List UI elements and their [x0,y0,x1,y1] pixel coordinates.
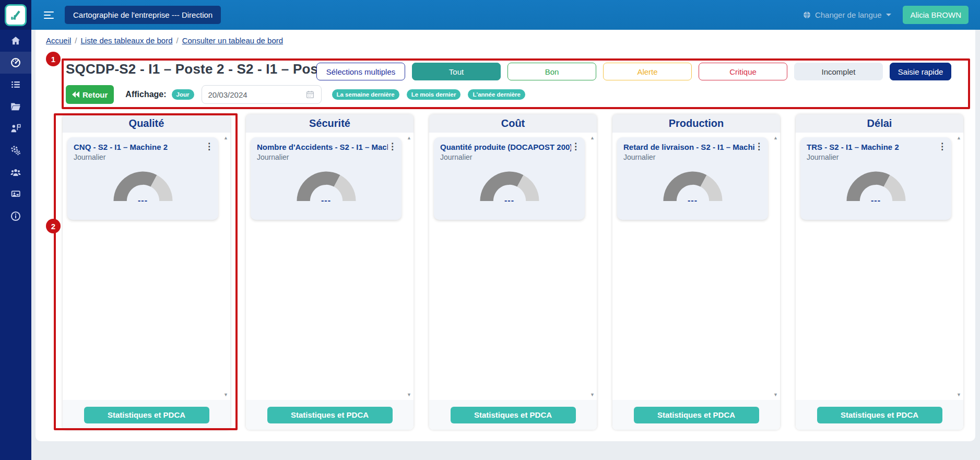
kpi-card[interactable]: TRS - S2 - I1 – Machine 2 ⋮ Journalier -… [800,137,951,220]
scrollbar[interactable]: ▲ ▼ [405,133,413,399]
status-filter-bar: Sélections multiplesToutBonAlerteCritiqu… [316,63,951,80]
filter-saisie-rapide[interactable]: Saisie rapide [890,63,951,80]
kpi-frequency: Journalier [440,153,578,161]
scroll-down-icon[interactable]: ▼ [222,392,230,397]
breadcrumb-separator: / [176,36,179,45]
statistics-pdca-button[interactable]: Statistiques et PDCA [267,407,393,423]
globe-icon [802,10,811,19]
language-switcher[interactable]: Changer de langue [802,10,892,19]
kebab-menu-icon[interactable]: ⋮ [754,143,762,150]
display-mode-badge[interactable]: Jour [172,89,194,100]
hamburger-menu-icon[interactable] [44,11,54,19]
kebab-menu-icon[interactable]: ⋮ [571,143,578,150]
scroll-up-icon[interactable]: ▲ [772,135,780,140]
scroll-up-icon[interactable]: ▲ [955,135,963,140]
breadcrumb-link[interactable]: Liste des tableaux de bord [81,36,173,45]
person-flag-icon [10,123,21,134]
kpi-title: Nombre d'Accidents - S2 - I1 – Machine [257,143,388,151]
breadcrumb-link[interactable]: Accueil [46,36,71,45]
quick-range-badge[interactable]: L'année dernière [468,89,525,100]
folder-icon [10,101,21,112]
kpi-card[interactable]: Quantité produite (DOCAPOST 200) - S2 ⋮ … [434,137,585,220]
kpi-frequency: Journalier [257,153,395,161]
scrollbar[interactable]: ▲ ▼ [772,133,780,399]
kpi-card[interactable]: CNQ - S2 - I1 – Machine 2 ⋮ Journalier -… [67,137,218,220]
top-navbar: Cartographie de l'entreprise --- Directi… [31,0,980,30]
kpi-value: --- [74,196,212,205]
filter-bon[interactable]: Bon [507,63,596,80]
filter-alerte[interactable]: Alerte [603,63,692,80]
info-circle-icon [10,210,21,222]
scroll-down-icon[interactable]: ▼ [405,392,413,397]
breadcrumb-separator: / [75,36,77,45]
annotation-marker-2: 2 [46,219,61,233]
filter-selections-multiples[interactable]: Sélections multiples [316,63,405,80]
statistics-pdca-button[interactable]: Statistiques et PDCA [817,407,942,423]
scroll-down-icon[interactable]: ▼ [955,392,963,397]
home-icon [10,35,21,46]
kebab-menu-icon[interactable]: ⋮ [388,143,395,150]
kpi-title: Quantité produite (DOCAPOST 200) - S2 [440,143,571,151]
calendar-icon[interactable] [305,90,315,99]
sidebar-item-folder[interactable] [0,96,31,117]
column-scroll-area: CNQ - S2 - I1 – Machine 2 ⋮ Journalier -… [63,133,230,400]
scroll-down-icon[interactable]: ▼ [588,392,596,397]
page-title: SQCDP-S2 - I1 – Poste 2 - S2 - I1 – Post… [66,61,342,77]
kebab-menu-icon[interactable]: ⋮ [938,143,945,150]
kpi-value: --- [440,196,578,205]
app-title: Cartographie de l'entreprise --- Directi… [65,6,221,24]
kebab-menu-icon[interactable]: ⋮ [205,143,212,150]
scrollbar[interactable]: ▲ ▼ [588,133,596,399]
column-title: Coût [429,114,597,133]
sidebar-item-screen-share[interactable] [0,183,31,205]
display-label: Affichage: [125,90,166,99]
column-scroll-area: Quantité produite (DOCAPOST 200) - S2 ⋮ … [429,133,597,400]
back-button[interactable]: Retour [66,85,114,104]
breadcrumb: Accueil/Liste des tableaux de bord/Consu… [46,36,283,45]
scroll-up-icon[interactable]: ▲ [405,135,413,140]
kpi-frequency: Journalier [623,153,762,161]
display-controls: Retour Affichage: Jour 20/03/2024 La sem… [66,85,525,104]
scrollbar[interactable]: ▲ ▼ [955,133,963,399]
app-logo[interactable] [0,0,31,30]
statistics-pdca-button[interactable]: Statistiques et PDCA [451,407,576,423]
column-scroll-area: TRS - S2 - I1 – Machine 2 ⋮ Journalier -… [796,133,963,400]
statistics-pdca-button[interactable]: Statistiques et PDCA [634,407,759,423]
sidebar-item-users-group[interactable] [0,161,31,183]
kpi-title: Retard de livraison - S2 - I1 – Machine … [623,143,754,151]
date-input[interactable]: 20/03/2024 [202,85,322,104]
kpi-card[interactable]: Retard de livraison - S2 - I1 – Machine … [617,137,768,220]
sidebar-item-home[interactable] [0,30,31,52]
filter-tout[interactable]: Tout [412,63,501,80]
kpi-frequency: Journalier [74,153,212,161]
scrollbar[interactable]: ▲ ▼ [222,133,230,399]
sidebar-item-info-circle[interactable] [0,205,31,227]
statistics-pdca-button[interactable]: Statistiques et PDCA [84,407,209,423]
quick-range-badge[interactable]: La semaine dernière [332,89,399,100]
user-button[interactable]: Alicia BROWN [903,6,969,24]
date-value: 20/03/2024 [208,90,305,99]
column-title: Qualité [63,114,230,133]
column-title: Sécurité [246,114,414,133]
logo-pen-chart-icon [9,8,22,22]
language-label: Changer de langue [815,10,882,19]
filter-critique[interactable]: Critique [699,63,787,80]
column-production: Production Retard de livraison - S2 - I1… [612,114,780,430]
kpi-card[interactable]: Nombre d'Accidents - S2 - I1 – Machine ⋮… [251,137,402,220]
scroll-up-icon[interactable]: ▲ [222,135,230,140]
quick-range-badge[interactable]: Le mois dernier [407,89,461,100]
breadcrumb-link[interactable]: Consulter un tableau de bord [182,36,283,45]
list-icon [10,79,21,90]
sidebar-item-dashboard-gauge[interactable] [0,52,31,74]
kpi-frequency: Journalier [807,153,945,161]
screen-share-icon [10,188,21,200]
annotation-marker-1: 1 [46,52,61,66]
column-cout: Coût Quantité produite (DOCAPOST 200) - … [429,114,597,430]
filter-incomplet[interactable]: Incomplet [794,63,883,80]
sidebar-item-person-flag[interactable] [0,117,31,139]
scroll-down-icon[interactable]: ▼ [772,392,780,397]
kpi-value: --- [257,196,395,205]
scroll-up-icon[interactable]: ▲ [588,135,596,140]
sidebar-item-gears[interactable] [0,139,31,161]
sidebar-item-list[interactable] [0,74,31,96]
